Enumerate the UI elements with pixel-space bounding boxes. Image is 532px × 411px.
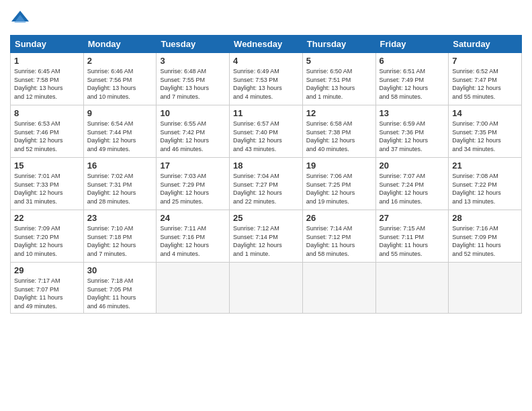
- day-info: Sunrise: 6:59 AM Sunset: 7:36 PM Dayligh…: [380, 120, 445, 153]
- calendar-cell: 29Sunrise: 7:17 AM Sunset: 7:07 PM Dayli…: [11, 263, 84, 314]
- day-info: Sunrise: 6:55 AM Sunset: 7:42 PM Dayligh…: [160, 120, 226, 153]
- calendar-cell: 10Sunrise: 6:55 AM Sunset: 7:42 PM Dayli…: [157, 105, 230, 158]
- calendar-cell: 7Sunrise: 6:52 AM Sunset: 7:47 PM Daylig…: [449, 53, 522, 105]
- day-info: Sunrise: 6:53 AM Sunset: 7:46 PM Dayligh…: [14, 120, 80, 153]
- day-number: 13: [380, 108, 445, 118]
- calendar-cell: 2Sunrise: 6:46 AM Sunset: 7:56 PM Daylig…: [83, 53, 157, 105]
- day-number: 12: [306, 108, 372, 118]
- day-number: 7: [452, 56, 518, 66]
- day-number: 20: [380, 161, 445, 171]
- day-info: Sunrise: 6:51 AM Sunset: 7:49 PM Dayligh…: [380, 67, 445, 101]
- day-info: Sunrise: 7:18 AM Sunset: 7:05 PM Dayligh…: [87, 277, 153, 310]
- day-info: Sunrise: 7:08 AM Sunset: 7:22 PM Dayligh…: [452, 172, 518, 205]
- weekday-header-friday: Friday: [375, 36, 449, 53]
- day-info: Sunrise: 6:46 AM Sunset: 7:56 PM Dayligh…: [87, 67, 153, 101]
- day-number: 9: [87, 108, 153, 118]
- day-number: 28: [452, 213, 518, 223]
- weekday-header-wednesday: Wednesday: [230, 36, 303, 53]
- calendar-cell: 22Sunrise: 7:09 AM Sunset: 7:20 PM Dayli…: [11, 210, 84, 263]
- weekday-header-tuesday: Tuesday: [157, 36, 230, 53]
- calendar-cell: [302, 263, 375, 314]
- day-number: 18: [233, 161, 299, 171]
- day-info: Sunrise: 6:52 AM Sunset: 7:47 PM Dayligh…: [452, 67, 518, 101]
- calendar-week-5: 29Sunrise: 7:17 AM Sunset: 7:07 PM Dayli…: [11, 263, 522, 314]
- day-number: 30: [87, 265, 153, 275]
- day-info: Sunrise: 6:54 AM Sunset: 7:44 PM Dayligh…: [87, 120, 153, 153]
- calendar-cell: 28Sunrise: 7:16 AM Sunset: 7:09 PM Dayli…: [449, 210, 522, 263]
- day-number: 4: [233, 56, 299, 66]
- calendar-cell: 23Sunrise: 7:10 AM Sunset: 7:18 PM Dayli…: [83, 210, 157, 263]
- day-info: Sunrise: 7:06 AM Sunset: 7:25 PM Dayligh…: [306, 172, 372, 205]
- logo: [10, 9, 33, 30]
- day-number: 10: [160, 108, 226, 118]
- day-number: 24: [160, 213, 226, 223]
- calendar-cell: 14Sunrise: 7:00 AM Sunset: 7:35 PM Dayli…: [449, 105, 522, 158]
- calendar-cell: 21Sunrise: 7:08 AM Sunset: 7:22 PM Dayli…: [449, 158, 522, 210]
- weekday-header-row: SundayMondayTuesdayWednesdayThursdayFrid…: [11, 36, 522, 53]
- calendar-cell: 16Sunrise: 7:02 AM Sunset: 7:31 PM Dayli…: [83, 158, 157, 210]
- day-info: Sunrise: 7:02 AM Sunset: 7:31 PM Dayligh…: [87, 172, 153, 205]
- calendar-cell: 1Sunrise: 6:45 AM Sunset: 7:58 PM Daylig…: [11, 53, 84, 105]
- calendar-cell: 25Sunrise: 7:12 AM Sunset: 7:14 PM Dayli…: [230, 210, 303, 263]
- calendar-cell: 26Sunrise: 7:14 AM Sunset: 7:12 PM Dayli…: [302, 210, 375, 263]
- day-number: 21: [452, 161, 518, 171]
- day-number: 6: [380, 56, 445, 66]
- day-info: Sunrise: 7:12 AM Sunset: 7:14 PM Dayligh…: [233, 224, 299, 258]
- day-info: Sunrise: 6:50 AM Sunset: 7:51 PM Dayligh…: [306, 67, 372, 101]
- calendar-cell: 13Sunrise: 6:59 AM Sunset: 7:36 PM Dayli…: [375, 105, 449, 158]
- day-info: Sunrise: 6:45 AM Sunset: 7:58 PM Dayligh…: [14, 67, 80, 101]
- calendar-cell: 15Sunrise: 7:01 AM Sunset: 7:33 PM Dayli…: [11, 158, 84, 210]
- day-number: 16: [87, 161, 153, 171]
- calendar-cell: [375, 263, 449, 314]
- weekday-header-thursday: Thursday: [302, 36, 375, 53]
- day-info: Sunrise: 7:00 AM Sunset: 7:35 PM Dayligh…: [452, 120, 518, 153]
- calendar-cell: 24Sunrise: 7:11 AM Sunset: 7:16 PM Dayli…: [157, 210, 230, 263]
- weekday-header-monday: Monday: [83, 36, 157, 53]
- calendar: SundayMondayTuesdayWednesdayThursdayFrid…: [10, 35, 522, 314]
- calendar-week-3: 15Sunrise: 7:01 AM Sunset: 7:33 PM Dayli…: [11, 158, 522, 210]
- day-number: 8: [14, 108, 80, 118]
- calendar-cell: 30Sunrise: 7:18 AM Sunset: 7:05 PM Dayli…: [83, 263, 157, 314]
- day-info: Sunrise: 7:04 AM Sunset: 7:27 PM Dayligh…: [233, 172, 299, 205]
- header: [10, 7, 522, 30]
- day-info: Sunrise: 7:11 AM Sunset: 7:16 PM Dayligh…: [160, 224, 226, 258]
- day-number: 27: [380, 213, 445, 223]
- day-info: Sunrise: 7:17 AM Sunset: 7:07 PM Dayligh…: [14, 277, 80, 310]
- calendar-cell: 19Sunrise: 7:06 AM Sunset: 7:25 PM Dayli…: [302, 158, 375, 210]
- day-number: 25: [233, 213, 299, 223]
- day-number: 19: [306, 161, 372, 171]
- day-info: Sunrise: 7:07 AM Sunset: 7:24 PM Dayligh…: [380, 172, 445, 205]
- page: SundayMondayTuesdayWednesdayThursdayFrid…: [0, 0, 532, 411]
- day-number: 29: [14, 265, 80, 275]
- day-info: Sunrise: 6:48 AM Sunset: 7:55 PM Dayligh…: [160, 67, 226, 101]
- calendar-week-2: 8Sunrise: 6:53 AM Sunset: 7:46 PM Daylig…: [11, 105, 522, 158]
- day-number: 5: [306, 56, 372, 66]
- logo-icon: [10, 9, 30, 30]
- calendar-cell: 18Sunrise: 7:04 AM Sunset: 7:27 PM Dayli…: [230, 158, 303, 210]
- day-info: Sunrise: 7:16 AM Sunset: 7:09 PM Dayligh…: [452, 224, 518, 258]
- day-number: 26: [306, 213, 372, 223]
- calendar-week-1: 1Sunrise: 6:45 AM Sunset: 7:58 PM Daylig…: [11, 53, 522, 105]
- calendar-cell: 5Sunrise: 6:50 AM Sunset: 7:51 PM Daylig…: [302, 53, 375, 105]
- calendar-cell: [449, 263, 522, 314]
- day-number: 3: [160, 56, 226, 66]
- calendar-cell: 17Sunrise: 7:03 AM Sunset: 7:29 PM Dayli…: [157, 158, 230, 210]
- day-info: Sunrise: 6:58 AM Sunset: 7:38 PM Dayligh…: [306, 120, 372, 153]
- day-number: 17: [160, 161, 226, 171]
- weekday-header-sunday: Sunday: [11, 36, 84, 53]
- day-info: Sunrise: 7:01 AM Sunset: 7:33 PM Dayligh…: [14, 172, 80, 205]
- day-number: 1: [14, 56, 80, 66]
- calendar-cell: 3Sunrise: 6:48 AM Sunset: 7:55 PM Daylig…: [157, 53, 230, 105]
- weekday-header-saturday: Saturday: [449, 36, 522, 53]
- day-info: Sunrise: 7:15 AM Sunset: 7:11 PM Dayligh…: [380, 224, 445, 258]
- calendar-cell: [157, 263, 230, 314]
- day-info: Sunrise: 7:14 AM Sunset: 7:12 PM Dayligh…: [306, 224, 372, 258]
- calendar-cell: 9Sunrise: 6:54 AM Sunset: 7:44 PM Daylig…: [83, 105, 157, 158]
- calendar-cell: 6Sunrise: 6:51 AM Sunset: 7:49 PM Daylig…: [375, 53, 449, 105]
- calendar-week-4: 22Sunrise: 7:09 AM Sunset: 7:20 PM Dayli…: [11, 210, 522, 263]
- calendar-cell: 27Sunrise: 7:15 AM Sunset: 7:11 PM Dayli…: [375, 210, 449, 263]
- calendar-cell: [230, 263, 303, 314]
- day-number: 11: [233, 108, 299, 118]
- day-number: 22: [14, 213, 80, 223]
- calendar-cell: 8Sunrise: 6:53 AM Sunset: 7:46 PM Daylig…: [11, 105, 84, 158]
